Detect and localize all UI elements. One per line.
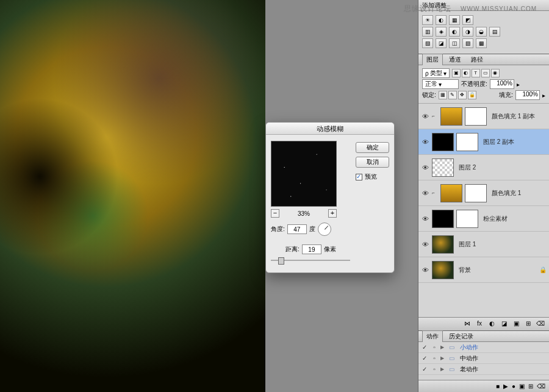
layer-row[interactable]: 👁图层 1 — [418, 232, 549, 257]
adjustment-icon[interactable]: ◐ — [436, 15, 447, 25]
distance-input[interactable] — [302, 244, 321, 254]
visibility-icon[interactable]: 👁 — [421, 164, 429, 171]
layer-thumbnail[interactable] — [432, 261, 454, 279]
layers-list[interactable]: 👁⌐颜色填充 1 副本👁图层 2 副本👁图层 2👁⌐颜色填充 1👁粉尘素材👁图层… — [418, 104, 549, 317]
action-name[interactable]: 老动作 — [460, 365, 478, 374]
dialog-title[interactable]: 动感模糊 — [266, 123, 394, 135]
adjustment-icon[interactable]: ◈ — [436, 27, 447, 37]
filter-icon[interactable]: ▭ — [481, 69, 490, 77]
action-name[interactable]: 中动作 — [460, 354, 478, 363]
cancel-button[interactable]: 取消 — [356, 157, 389, 168]
zoom-in-button[interactable]: + — [328, 209, 337, 218]
layer-thumbnail[interactable] — [456, 133, 478, 151]
layers-footer-icon[interactable]: ◪ — [499, 320, 509, 329]
action-check-icon[interactable]: ✓ — [421, 344, 428, 351]
actions-tab[interactable]: 历史记录 — [445, 331, 477, 342]
layer-name[interactable]: 颜色填充 1 副本 — [492, 112, 547, 121]
lock-trans-icon[interactable]: ▦ — [439, 91, 447, 99]
adjustment-icon[interactable]: ▦ — [449, 15, 460, 25]
layer-row[interactable]: 👁图层 2 — [418, 155, 549, 180]
layer-row[interactable]: 👁图层 2 副本 — [418, 129, 549, 155]
layers-tab[interactable]: 图层 — [422, 54, 443, 65]
layer-row[interactable]: 👁背景🔒 — [418, 257, 549, 283]
filter-icon[interactable]: T — [472, 69, 480, 77]
layer-thumbnail[interactable] — [440, 107, 462, 126]
visibility-icon[interactable]: 👁 — [421, 190, 429, 197]
actions-footer-icon[interactable]: ● — [512, 383, 515, 390]
layer-name[interactable]: 颜色填充 1 — [492, 189, 547, 198]
layer-name[interactable]: 图层 2 — [459, 163, 547, 172]
adjustment-icon[interactable]: ◪ — [436, 38, 447, 48]
layers-footer-icon[interactable]: ◐ — [487, 320, 497, 329]
adjustment-icon[interactable]: ▥ — [422, 27, 433, 37]
opacity-input[interactable]: 100% — [490, 79, 514, 89]
layer-thumbnail[interactable] — [465, 184, 487, 202]
layers-footer-icon[interactable]: ▣ — [511, 320, 521, 329]
layers-footer-icon[interactable]: ⋈ — [462, 320, 472, 329]
layer-thumbnail[interactable] — [432, 235, 454, 254]
expand-icon[interactable]: ▶ — [440, 344, 447, 350]
actions-footer-icon[interactable]: ■ — [496, 383, 500, 390]
document-canvas[interactable] — [0, 0, 265, 392]
visibility-icon[interactable]: 👁 — [421, 215, 429, 223]
zoom-out-button[interactable]: − — [271, 209, 279, 218]
visibility-icon[interactable]: 👁 — [421, 113, 429, 120]
adjustment-icon[interactable]: ▨ — [462, 38, 473, 48]
action-row[interactable]: ✓▫▶▭老动作 — [418, 364, 549, 375]
blur-preview[interactable] — [271, 141, 337, 207]
filter-icon[interactable]: ◐ — [462, 69, 470, 77]
adjustment-icon[interactable]: ◩ — [462, 15, 473, 25]
visibility-icon[interactable]: 👁 — [421, 138, 429, 146]
filter-icon[interactable]: ▣ — [452, 69, 461, 77]
layers-tab[interactable]: 通道 — [445, 54, 465, 65]
action-dialog-icon[interactable]: ▫ — [431, 366, 438, 372]
layers-footer-icon[interactable]: ⊞ — [523, 320, 533, 329]
distance-slider[interactable] — [271, 257, 350, 264]
ok-button[interactable]: 确定 — [356, 142, 389, 153]
preview-checkbox[interactable] — [356, 174, 362, 180]
expand-icon[interactable]: ▶ — [440, 366, 447, 372]
fill-flyout-icon[interactable]: ▸ — [542, 92, 545, 99]
layers-tab[interactable]: 路径 — [467, 54, 487, 65]
layer-name[interactable]: 图层 1 — [459, 240, 547, 249]
layer-row[interactable]: 👁⌐颜色填充 1 副本 — [418, 104, 549, 129]
filter-type-dropdown[interactable]: ρ 类型 ▾ — [422, 68, 450, 78]
layers-footer-icon[interactable]: fx — [475, 320, 484, 329]
layer-name[interactable]: 背景 — [459, 266, 537, 274]
actions-tab[interactable]: 动作 — [422, 330, 443, 342]
lock-all-icon[interactable]: 🔒 — [468, 91, 476, 99]
layer-thumbnail[interactable] — [465, 107, 487, 126]
action-row[interactable]: ✓▫▶▭中动作 — [418, 353, 549, 364]
blend-mode-dropdown[interactable]: 正常 ▾ — [422, 79, 459, 89]
action-row[interactable]: ✓▫▶▭小动作 — [418, 342, 549, 353]
layer-thumbnail[interactable] — [432, 159, 454, 177]
opacity-flyout-icon[interactable]: ▸ — [517, 81, 520, 88]
layer-thumbnail[interactable] — [432, 210, 454, 228]
adjustment-icon[interactable]: ◑ — [462, 27, 473, 37]
action-dialog-icon[interactable]: ▫ — [431, 344, 438, 351]
adjustment-icon[interactable]: ☀ — [422, 15, 433, 25]
layer-thumbnail[interactable] — [456, 210, 478, 228]
action-check-icon[interactable]: ✓ — [421, 355, 428, 362]
adjustment-icon[interactable]: ◫ — [449, 38, 460, 48]
layer-name[interactable]: 粉尘素材 — [483, 215, 547, 223]
layer-name[interactable]: 图层 2 副本 — [483, 138, 547, 146]
actions-footer-icon[interactable]: ⊞ — [528, 383, 533, 390]
layer-row[interactable]: 👁⌐颜色填充 1 — [418, 180, 549, 206]
angle-input[interactable] — [287, 224, 307, 234]
fill-input[interactable]: 100% — [515, 90, 540, 100]
visibility-icon[interactable]: 👁 — [421, 241, 429, 248]
adjustment-icon[interactable]: ▩ — [476, 38, 487, 48]
lock-pixels-icon[interactable]: ✎ — [448, 91, 457, 99]
layer-row[interactable]: 👁粉尘素材 — [418, 206, 549, 232]
actions-footer-icon[interactable]: ▣ — [519, 383, 525, 390]
adjustment-icon[interactable]: ▤ — [489, 27, 500, 37]
angle-dial[interactable] — [318, 223, 331, 236]
action-check-icon[interactable]: ✓ — [421, 366, 428, 372]
layer-thumbnail[interactable] — [432, 133, 454, 151]
lock-pos-icon[interactable]: ✥ — [458, 91, 467, 99]
action-dialog-icon[interactable]: ▫ — [431, 355, 438, 362]
action-name[interactable]: 小动作 — [460, 343, 478, 352]
expand-icon[interactable]: ▶ — [440, 355, 447, 361]
adjustment-icon[interactable]: ◐ — [449, 27, 460, 37]
